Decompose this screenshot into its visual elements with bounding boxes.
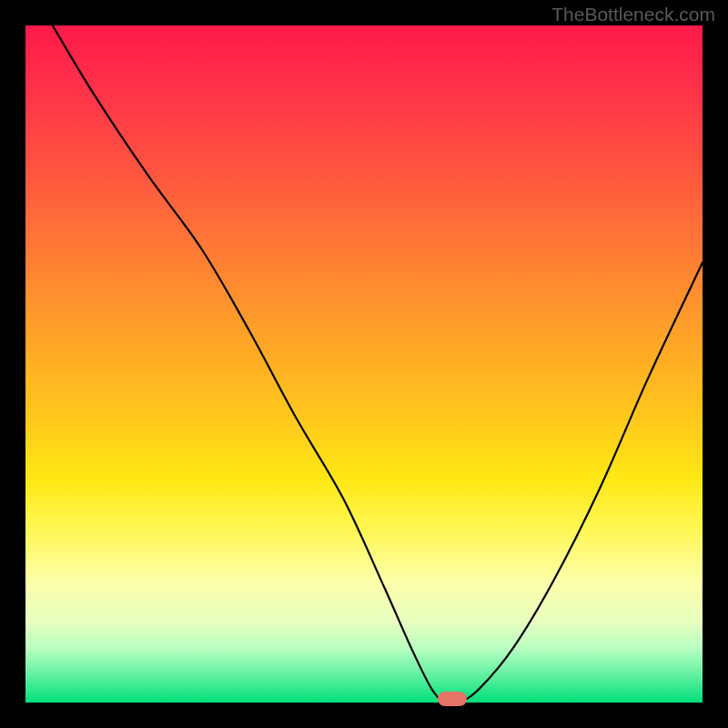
bottleneck-curve-line	[25, 25, 703, 703]
chart-plot-area	[25, 25, 703, 703]
watermark-text: TheBottleneck.com	[551, 4, 715, 25]
optimal-point-marker	[438, 692, 467, 706]
